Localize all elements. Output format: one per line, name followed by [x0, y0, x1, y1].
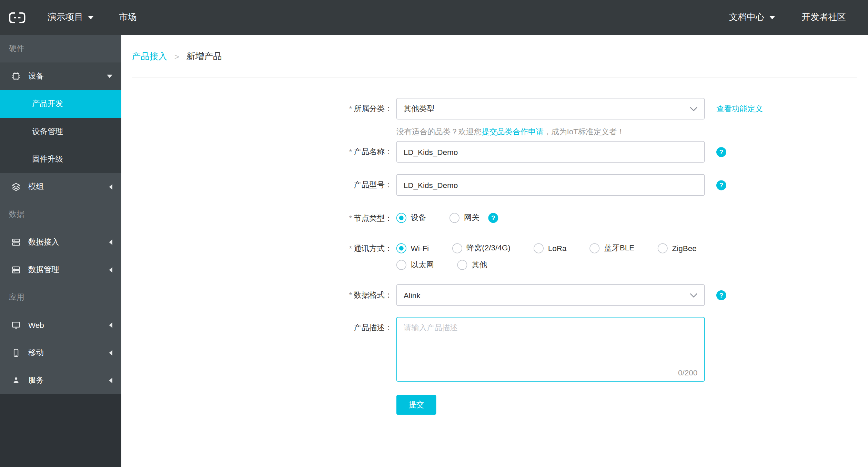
- data-format-row: *数据格式： Alink ?: [121, 284, 868, 306]
- required-mark: *: [349, 104, 352, 113]
- sidebar-item-data-access[interactable]: 数据接入: [0, 228, 121, 256]
- sidebar-item-label: 设备管理: [32, 127, 63, 137]
- sidebar-item-label: 服务: [28, 375, 109, 385]
- sidebar-item-device[interactable]: 设备: [0, 62, 121, 90]
- view-function-definition-link[interactable]: 查看功能定义: [716, 104, 763, 114]
- data-format-select[interactable]: Alink: [396, 284, 705, 306]
- smartphone-icon: [11, 348, 21, 358]
- product-model-help-icon[interactable]: ?: [716, 180, 726, 190]
- server-icon: [11, 237, 21, 247]
- product-model-input[interactable]: [396, 174, 705, 196]
- app-root: 演示项目 市场 文档中心 开发者社区 硬件 设备 产品: [0, 0, 868, 467]
- comm-option-label: LoRa: [548, 244, 567, 253]
- alibaba-cloud-logo[interactable]: [9, 12, 26, 23]
- new-product-form: *所属分类： 其他类型 查看功能定义 没有适合的品类？欢迎您提交品类合作申请，成…: [121, 98, 868, 415]
- sidebar-item-mobile[interactable]: 移动: [0, 339, 121, 366]
- comm-option-label: ZigBee: [672, 244, 696, 253]
- breadcrumb-product-access-link[interactable]: 产品接入: [132, 51, 167, 63]
- project-switcher-label: 演示项目: [48, 12, 83, 23]
- comm-option-label: 蜂窝(2/3/4G): [466, 243, 510, 253]
- sidebar-section-app: 应用: [0, 284, 121, 311]
- project-switcher[interactable]: 演示项目: [48, 12, 93, 23]
- nav-doc-center-label: 文档中心: [729, 12, 765, 23]
- sidebar-section-data: 数据: [0, 201, 121, 228]
- product-name-label-text: 产品名称：: [354, 147, 392, 156]
- comm-option-other[interactable]: 其他: [457, 259, 487, 270]
- product-description-textarea[interactable]: [397, 318, 704, 362]
- nav-doc-center[interactable]: 文档中心: [729, 12, 775, 23]
- sidebar-device-submenu: 产品开发 设备管理 固件升级: [0, 90, 121, 173]
- radio-icon: [457, 260, 467, 270]
- radio-icon: [534, 243, 544, 253]
- char-counter: 0/200: [678, 369, 697, 377]
- sidebar-item-label: 固件升级: [32, 154, 63, 164]
- category-label-text: 所属分类：: [354, 104, 392, 113]
- required-mark: *: [349, 214, 352, 222]
- description-label-text: 产品描述：: [354, 323, 392, 332]
- main-content: 产品接入 > 新增产品 *所属分类： 其他类型 查看功能定义 没有适合的品类？欢…: [121, 35, 868, 467]
- node-type-help-icon[interactable]: ?: [488, 213, 498, 223]
- sidebar-item-label: 模组: [28, 182, 109, 192]
- radio-icon: [396, 260, 406, 270]
- description-row: 产品描述： 0/200: [121, 317, 868, 382]
- data-format-label: *数据格式：: [121, 290, 396, 300]
- breadcrumb-separator-icon: >: [174, 52, 179, 61]
- header-divider: [132, 77, 857, 77]
- sidebar-bottom-fill: [0, 394, 121, 467]
- comm-type-label-text: 通讯方式：: [354, 244, 392, 253]
- comm-option-ethernet[interactable]: 以太网: [396, 259, 434, 270]
- sidebar-item-data-mgmt[interactable]: 数据管理: [0, 256, 121, 284]
- category-hint-suffix: ，成为IoT标准定义者！: [544, 127, 625, 136]
- sidebar-item-device-mgmt[interactable]: 设备管理: [0, 118, 121, 145]
- data-format-help-icon[interactable]: ?: [716, 290, 726, 300]
- chevron-left-icon: [109, 350, 112, 356]
- node-type-option-gateway[interactable]: 网关: [450, 212, 480, 224]
- radio-icon: [658, 243, 668, 253]
- monitor-icon: [11, 320, 21, 330]
- sidebar-item-web[interactable]: Web: [0, 311, 121, 339]
- sidebar-item-label: 数据管理: [28, 265, 109, 275]
- category-label: *所属分类：: [121, 104, 396, 114]
- sidebar-item-service[interactable]: 服务: [0, 367, 121, 394]
- sidebar-item-firmware-upgrade[interactable]: 固件升级: [0, 145, 121, 173]
- sidebar-item-label: 移动: [28, 348, 109, 358]
- chip-icon: [11, 71, 21, 81]
- comm-option-label: 其他: [472, 260, 487, 270]
- sidebar-item-label: 产品开发: [32, 99, 63, 109]
- comm-type-label: *通讯方式：: [121, 243, 396, 254]
- topbar-right: 文档中心 开发者社区: [729, 12, 846, 23]
- sidebar: 硬件 设备 产品开发 设备管理 固件升级 模组: [0, 35, 121, 467]
- chevron-left-icon: [109, 184, 112, 190]
- comm-option-zigbee[interactable]: ZigBee: [658, 243, 697, 254]
- breadcrumb-current: 新增产品: [186, 51, 222, 63]
- product-name-help-icon[interactable]: ?: [716, 147, 726, 157]
- node-type-option-label: 设备: [411, 213, 426, 223]
- comm-option-ble[interactable]: 蓝牙BLE: [590, 243, 634, 254]
- node-type-option-device[interactable]: 设备: [396, 212, 426, 224]
- chevron-down-icon: [690, 106, 697, 111]
- product-model-row: 产品型号： ?: [121, 174, 868, 196]
- sidebar-item-module[interactable]: 模组: [0, 173, 121, 201]
- product-name-label: *产品名称：: [121, 147, 396, 157]
- person-icon: [11, 375, 21, 385]
- submit-category-cooperation-link[interactable]: 提交品类合作申请: [482, 127, 544, 136]
- comm-option-cellular[interactable]: 蜂窝(2/3/4G): [452, 243, 510, 254]
- submit-button[interactable]: 提交: [396, 395, 436, 415]
- nav-market[interactable]: 市场: [119, 12, 137, 23]
- sidebar-item-label: 设备: [28, 71, 107, 81]
- comm-option-wifi[interactable]: Wi-Fi: [396, 243, 429, 254]
- radio-icon: [396, 213, 406, 223]
- nav-dev-community[interactable]: 开发者社区: [801, 12, 846, 23]
- sidebar-section-hardware: 硬件: [0, 35, 121, 62]
- sidebar-item-product-dev[interactable]: 产品开发: [0, 90, 121, 118]
- category-select[interactable]: 其他类型: [396, 98, 705, 120]
- node-type-option-label: 网关: [464, 213, 480, 223]
- product-description-box: 0/200: [396, 317, 705, 382]
- sidebar-item-label: 数据接入: [28, 237, 109, 247]
- required-mark: *: [349, 147, 352, 156]
- comm-type-radio-group: Wi-Fi 蜂窝(2/3/4G) LoRa 蓝牙BLE: [396, 243, 697, 270]
- comm-option-lora[interactable]: LoRa: [534, 243, 566, 254]
- chevron-down-icon: [107, 75, 112, 78]
- chevron-left-icon: [109, 378, 112, 383]
- product-name-input[interactable]: [396, 141, 705, 163]
